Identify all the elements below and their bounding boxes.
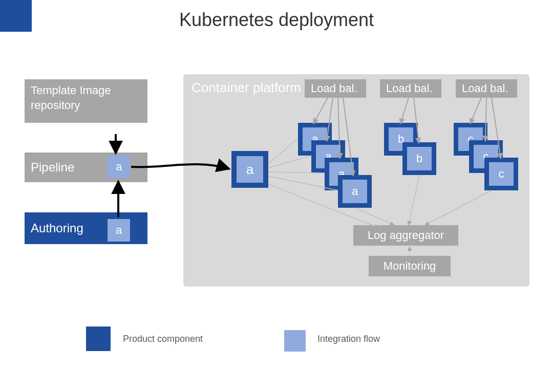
pod-b-2-inner: b (407, 147, 432, 170)
container-platform-heading: Container platform (192, 79, 304, 97)
load-balancer-1: Load bal. (305, 79, 366, 98)
legend-flow-label: Integration flow (317, 334, 380, 344)
load-balancer-3: Load bal. (456, 79, 517, 98)
log-aggregator-box: Log aggregator (353, 225, 458, 246)
pod-a-4-inner: a (343, 180, 367, 203)
diagram-title: Kubernetes deployment (0, 9, 553, 31)
legend-flow-swatch (284, 330, 306, 352)
monitoring-box: Monitoring (369, 256, 451, 276)
load-balancer-2: Load bal. (380, 79, 441, 98)
pod-a-main-inner: a (237, 156, 263, 183)
template-image-repository-label: Template Image repository (31, 84, 111, 112)
pipeline-flow-label: a (108, 156, 130, 178)
pod-c-3-inner: c (489, 162, 514, 186)
authoring-label: Authoring (31, 221, 83, 235)
pipeline-label: Pipeline (31, 160, 74, 175)
legend-product-label: Product component (123, 334, 203, 344)
authoring-flow-label: a (108, 219, 130, 242)
template-image-repository-box: Template Image repository (25, 79, 147, 123)
legend-product-swatch (86, 326, 111, 351)
